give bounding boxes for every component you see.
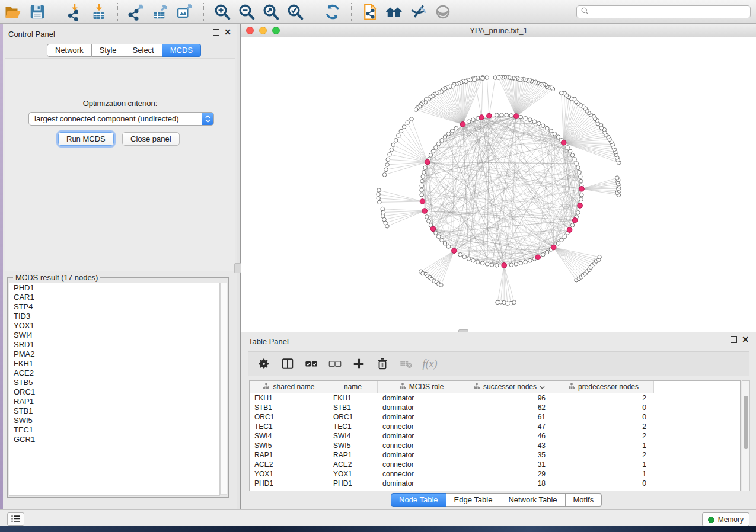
memory-button[interactable]: Memory — [702, 512, 749, 527]
sort-desc-icon — [540, 383, 545, 391]
column-label: name — [344, 383, 362, 391]
zoom-fit-icon[interactable] — [261, 2, 280, 21]
close-panel-button[interactable]: Close panel — [122, 132, 180, 146]
column-header-successor-nodes[interactable]: successor nodes — [465, 381, 553, 393]
mcds-node-item[interactable]: PHD1 — [9, 283, 219, 293]
table-row[interactable]: YOX1YOX1connector291 — [250, 469, 740, 479]
result-scrollbar[interactable] — [220, 283, 227, 495]
search-input[interactable] — [589, 6, 750, 18]
table-row[interactable]: STB1STB1dominator620 — [250, 403, 740, 412]
import-network-icon[interactable] — [65, 2, 84, 21]
task-history-button[interactable] — [7, 512, 24, 526]
mcds-node-item[interactable]: ACE2 — [9, 368, 219, 378]
mcds-node-item[interactable]: FKH1 — [9, 359, 219, 368]
table-scrollbar-thumb[interactable] — [744, 396, 748, 449]
cell: YOX1 — [328, 470, 378, 478]
close-panel-icon[interactable]: ✕ — [224, 29, 231, 36]
trash-icon[interactable] — [375, 357, 390, 371]
float-panel-icon[interactable] — [213, 29, 219, 36]
tab-network-table[interactable]: Network Table — [500, 493, 565, 507]
open-folder-icon[interactable] — [4, 2, 23, 21]
desktop-wallpaper-bottom — [0, 526, 756, 532]
mcds-node-item[interactable]: STB5 — [9, 378, 219, 387]
network-window: YPA_prune.txt_1 — [241, 24, 756, 332]
export-image-icon[interactable] — [176, 2, 194, 21]
tab-motifs[interactable]: Motifs — [566, 493, 602, 507]
network-title: YPA_prune.txt_1 — [241, 26, 756, 35]
eye-icon[interactable] — [433, 2, 452, 21]
toolbar-separator — [351, 3, 352, 21]
hide-visual-icon[interactable] — [409, 2, 428, 21]
mcds-node-item[interactable]: YOX1 — [9, 321, 219, 331]
search-field[interactable] — [576, 5, 751, 18]
add-icon[interactable] — [352, 357, 366, 371]
mcds-node-item[interactable]: SWI4 — [9, 331, 219, 340]
cell: ACE2 — [328, 460, 378, 469]
tab-select[interactable]: Select — [125, 44, 162, 57]
columns-icon[interactable] — [280, 357, 295, 371]
list-icon — [11, 514, 21, 525]
network-graph[interactable] — [241, 37, 756, 332]
float-table-panel-icon[interactable] — [731, 336, 737, 343]
export-table-icon[interactable] — [151, 2, 170, 21]
mcds-node-item[interactable]: STB1 — [9, 406, 219, 416]
table-row[interactable]: ACE2ACE2connector311 — [250, 460, 740, 469]
cell: 35 — [465, 451, 553, 459]
tab-node-table[interactable]: Node Table — [391, 493, 446, 507]
home-icon[interactable] — [385, 2, 404, 21]
mcds-result-list[interactable]: PHD1CAR1STP4TID3YOX1SWI4SRD1PMA2FKH1ACE2… — [9, 283, 220, 496]
export-network-icon[interactable] — [127, 2, 146, 21]
cell: ACE2 — [250, 460, 328, 469]
table-row[interactable]: TEC1TEC1connector472 — [250, 422, 740, 431]
tab-style[interactable]: Style — [92, 44, 125, 57]
status-bar: Memory — [0, 509, 756, 526]
table-row[interactable]: SWI5SWI5connector431 — [250, 441, 740, 450]
zoom-in-icon[interactable] — [213, 2, 232, 21]
mcds-node-item[interactable]: GCR1 — [9, 435, 219, 444]
criterion-dropdown[interactable]: largest connected component (undirected) — [28, 112, 214, 126]
refresh-icon[interactable] — [323, 2, 342, 21]
zoom-selected-icon[interactable] — [286, 2, 305, 21]
mcds-node-item[interactable]: TEC1 — [9, 425, 219, 435]
column-header-MCDS-role[interactable]: MCDS role — [378, 381, 465, 393]
table-row[interactable]: FKH1FKH1dominator962 — [250, 393, 740, 403]
table-row[interactable]: RAP1RAP1dominator352 — [250, 450, 740, 460]
mcds-node-item[interactable]: STP4 — [9, 302, 219, 312]
memory-label: Memory — [718, 515, 744, 524]
table-row[interactable]: ORC1ORC1dominator610 — [250, 412, 740, 422]
tab-edge-table[interactable]: Edge Table — [446, 493, 501, 507]
mcds-node-item[interactable]: RAP1 — [9, 397, 219, 406]
run-mcds-button[interactable]: Run MCDS — [58, 132, 114, 146]
gear-icon[interactable] — [257, 357, 271, 371]
deselect-all-icon[interactable] — [328, 357, 342, 371]
mcds-node-item[interactable]: CAR1 — [9, 293, 219, 302]
tab-network[interactable]: Network — [47, 44, 92, 57]
cell: 0 — [553, 403, 654, 412]
column-header-name[interactable]: name — [328, 381, 378, 393]
mcds-node-item[interactable]: TID3 — [9, 312, 219, 321]
toolbar-separator — [314, 3, 314, 21]
table-row[interactable]: PHD1PHD1dominator180 — [250, 479, 740, 488]
table-row[interactable]: SWI4SWI4dominator462 — [250, 431, 740, 441]
import-table-icon[interactable] — [90, 2, 109, 21]
mcds-node-item[interactable]: SRD1 — [9, 340, 219, 350]
network-canvas[interactable] — [241, 37, 756, 332]
tree-icon — [568, 383, 575, 392]
close-table-panel-icon[interactable]: ✕ — [742, 336, 749, 343]
column-label: MCDS role — [409, 383, 444, 391]
select-all-icon[interactable] — [304, 357, 318, 371]
column-header-predecessor-nodes[interactable]: predecessor nodes — [553, 381, 654, 393]
zoom-out-icon[interactable] — [237, 2, 256, 21]
table-tabs: Node TableEdge TableNetwork TableMotifs — [391, 493, 602, 507]
toolbar-separator — [203, 3, 204, 21]
save-icon[interactable] — [28, 2, 47, 21]
tab-mcds[interactable]: MCDS — [162, 44, 201, 57]
mcds-node-item[interactable]: ORC1 — [9, 387, 219, 397]
column-header-shared-name[interactable]: shared name — [250, 381, 328, 393]
mcds-node-item[interactable]: SWI5 — [9, 416, 219, 425]
network-file-icon[interactable] — [361, 2, 379, 21]
table-scrollbar[interactable] — [742, 380, 750, 491]
table-body: FKH1FKH1dominator962STB1STB1dominator620… — [250, 393, 740, 488]
mcds-node-item[interactable]: PMA2 — [9, 350, 219, 359]
column-label: successor nodes — [483, 383, 537, 391]
